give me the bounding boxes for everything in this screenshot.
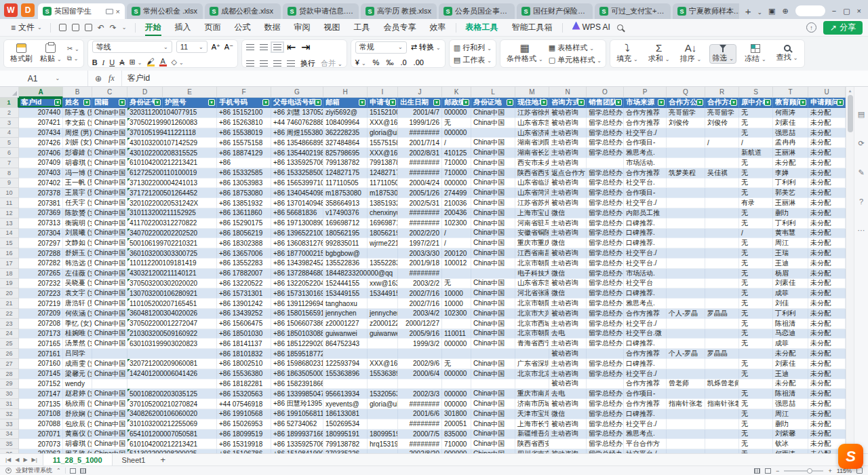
cell[interactable]: 北京市朝阳: [515, 329, 549, 339]
print-preview-icon[interactable]: [85, 24, 92, 31]
cell[interactable]: 社交平台: [624, 279, 667, 289]
cell[interactable]: 430102200208315525: [127, 148, 217, 158]
cell[interactable]: 2000/7/5: [398, 430, 442, 440]
cell[interactable]: China中国: [92, 319, 127, 329]
cell[interactable]: 曾老师: [667, 379, 705, 390]
cell[interactable]: 200436: [442, 208, 471, 218]
cell[interactable]: 王瑞: [773, 248, 808, 259]
cell[interactable]: 无: [739, 259, 773, 269]
cell[interactable]: [667, 198, 705, 208]
cell[interactable]: [442, 379, 471, 390]
cell[interactable]: [705, 389, 739, 399]
cell[interactable]: +86 15332585: [217, 168, 271, 178]
cell[interactable]: /: [442, 229, 471, 239]
cell[interactable]: +86 15575158: [217, 138, 271, 148]
cell[interactable]: +86 1396522100: [271, 229, 323, 239]
cell[interactable]: China中国: [471, 138, 515, 148]
cell[interactable]: 主动咨询: [549, 339, 587, 349]
cell[interactable]: 社交平台./: [624, 369, 667, 379]
cell[interactable]: +86 13901242: [217, 299, 271, 309]
cell[interactable]: China中国: [92, 128, 127, 138]
cell[interactable]: 杨欣雨 (女: [63, 399, 92, 409]
cell[interactable]: 207378: [19, 188, 63, 198]
cell[interactable]: 雅思考点.: [624, 430, 667, 440]
menu-item[interactable]: 公式: [228, 19, 258, 37]
cell[interactable]: 207426: [19, 138, 63, 148]
header-cell[interactable]: 护照号▾: [163, 98, 217, 108]
cell[interactable]: [398, 349, 442, 359]
cell[interactable]: 207071: [19, 430, 63, 440]
cell[interactable]: China中国: [471, 439, 515, 449]
cell[interactable]: 135522836: [323, 259, 368, 269]
cell[interactable]: 207160: [19, 359, 63, 369]
wps-logo-icon[interactable]: W: [4, 3, 18, 17]
cell[interactable]: 合作方推荐: [624, 349, 667, 359]
cell[interactable]: +86 1372884680: [271, 269, 323, 279]
header-cell[interactable]: 合作方公▾: [667, 98, 705, 108]
filter-dropdown-icon[interactable]: ▾: [83, 99, 90, 106]
cell[interactable]: China中国: [471, 198, 515, 208]
cell[interactable]: 未分配: [808, 248, 846, 259]
doc-tab[interactable]: S宁夏教师样本.xlsx: [673, 3, 739, 19]
cell[interactable]: 未分配: [808, 158, 846, 168]
cell[interactable]: 王晨宇 (男: [63, 188, 92, 198]
cell[interactable]: 186133081: [323, 409, 368, 419]
bold-button[interactable]: B: [92, 58, 98, 66]
cell[interactable]: 180562195: [368, 229, 398, 239]
filter-dropdown-icon[interactable]: ▾: [359, 99, 366, 106]
cell[interactable]: +86 1582391866: [271, 379, 323, 390]
cell[interactable]: China中国: [471, 299, 515, 309]
cell[interactable]: 陈歆赟 (女: [63, 208, 92, 218]
cell[interactable]: 32010220020531242X: [127, 198, 217, 208]
wps-ai-button[interactable]: WPS AI: [566, 19, 617, 37]
row-header-5[interactable]: 5: [0, 138, 19, 148]
cell[interactable]: China中国: [92, 208, 127, 218]
cell[interactable]: +86 田慧玲1395: [271, 399, 323, 409]
cell[interactable]: China中国: [471, 168, 515, 178]
cell[interactable]: China中国: [471, 288, 515, 299]
cell[interactable]: 留学总经办: [587, 229, 624, 239]
cell[interactable]: [667, 158, 705, 168]
cell[interactable]: 180562195: [323, 229, 368, 239]
cell[interactable]: 留学总经办: [587, 409, 624, 419]
zoom-slider-thumb[interactable]: [807, 468, 812, 474]
cell[interactable]: 个人-罗晶: [667, 349, 705, 359]
cell[interactable]: [667, 279, 705, 289]
cell[interactable]: 留学总经办: [587, 279, 624, 289]
decrease-indent-icon[interactable]: ⇤: [287, 41, 296, 54]
cell[interactable]: 筑梦美程: [667, 168, 705, 178]
cell[interactable]: 124827175: [368, 168, 398, 178]
cell[interactable]: 2002/5/31: [398, 198, 442, 208]
cell[interactable]: 袁文宇 (女: [63, 288, 92, 299]
cell[interactable]: /: [739, 138, 773, 148]
cell[interactable]: 152444155: [323, 279, 368, 289]
cell[interactable]: 口碑推荐.: [624, 288, 667, 299]
cell[interactable]: 340702200202202520: [127, 229, 217, 239]
cell[interactable]: 王一帆 (男: [63, 178, 92, 189]
column-header-C[interactable]: C: [92, 87, 127, 98]
cell[interactable]: 成菲: [773, 339, 808, 349]
more-icon[interactable]: ⋯: [858, 226, 865, 235]
cell[interactable]: 207088: [19, 419, 63, 430]
column-header-E[interactable]: E: [163, 87, 217, 98]
cell[interactable]: 430103200107142529: [127, 138, 217, 148]
underline-button[interactable]: U: [109, 58, 115, 66]
cell[interactable]: 罗晶晶: [705, 309, 739, 319]
cell[interactable]: z20001227: [368, 319, 398, 329]
cell[interactable]: China中国: [471, 118, 515, 128]
cell[interactable]: 110112200109181419: [127, 259, 217, 269]
row-header-6[interactable]: 6: [0, 148, 19, 158]
cell[interactable]: 2002/9/6: [398, 359, 442, 369]
cell[interactable]: [471, 349, 515, 359]
cell[interactable]: 口碑推荐.: [624, 238, 667, 248]
cell[interactable]: 1999/3/2: [398, 339, 442, 349]
row-header-11[interactable]: 11: [0, 198, 19, 208]
cell[interactable]: 000000: [442, 399, 471, 409]
cell[interactable]: 956613934: [323, 389, 368, 399]
cell[interactable]: 无: [739, 208, 773, 218]
cell[interactable]: +86 13053983: [217, 178, 271, 189]
locate-icon[interactable]: ⊕: [95, 74, 102, 83]
cell[interactable]: +86 15536380: [217, 369, 271, 379]
cell[interactable]: 口碑推荐.: [624, 359, 667, 369]
cell[interactable]: [587, 158, 624, 168]
